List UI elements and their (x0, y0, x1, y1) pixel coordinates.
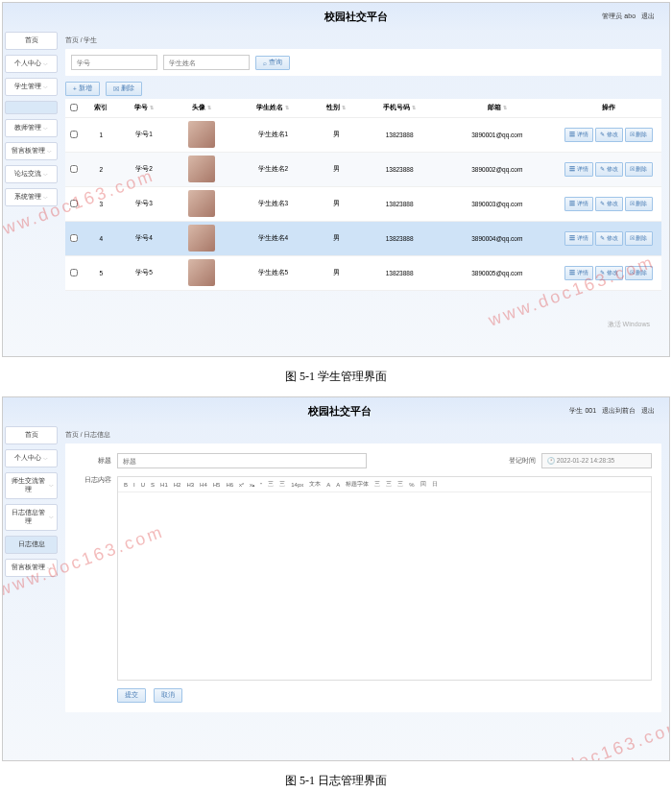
screenshot-student-mgmt: 校园社交平台 管理员 abo 退出 首页 个人中心﹀ 学生管理﹀ 教师管理﹀ 留… (2, 2, 670, 357)
toolbar-item[interactable]: H6 (225, 482, 234, 488)
sidebar-item-student[interactable]: 学生管理﹀ (5, 78, 58, 96)
search-button[interactable]: ⌕查询 (255, 56, 290, 70)
cell-name: 学生姓名4 (234, 222, 312, 256)
toolbar-item[interactable]: % (408, 482, 415, 488)
logout-link[interactable]: 退出 (641, 407, 655, 414)
toolbar-item[interactable]: 文本 (308, 480, 322, 489)
select-all-checkbox[interactable] (70, 104, 78, 111)
chevron-down-icon: ﹀ (47, 565, 52, 571)
toolbar-item[interactable]: H2 (173, 482, 182, 488)
toolbar-item[interactable]: 日 (431, 480, 439, 489)
toolbar-item[interactable]: U (140, 482, 146, 488)
toolbar-item[interactable]: 回 (420, 480, 427, 489)
cell-email: 3890001@qq.com (439, 118, 556, 153)
row-delete-button[interactable]: ☒ 删除 (625, 231, 653, 246)
table-row[interactable]: 1 学号1 学生姓名1 男 13823888 3890001@qq.com ☰ … (65, 118, 661, 153)
edit-button[interactable]: ✎ 修改 (595, 231, 623, 246)
toolbar-item[interactable]: H3 (185, 482, 195, 488)
cell-phone: 13823888 (361, 256, 439, 291)
toolbar-item[interactable]: 三 (373, 480, 381, 489)
add-button[interactable]: +新增 (65, 82, 100, 96)
toolbar-item[interactable]: B (123, 482, 129, 488)
activate-windows: 激活 Windows (608, 320, 650, 329)
search-sid-input[interactable] (71, 55, 157, 70)
detail-button[interactable]: ☰ 详情 (564, 231, 593, 246)
toolbar-item[interactable]: H1 (159, 482, 169, 488)
editor-body[interactable] (118, 492, 651, 680)
table-row[interactable]: 4 学号4 学生姓名4 男 13823888 3890004@qq.com ☰ … (65, 222, 661, 256)
back-link[interactable]: 退出到前台 (602, 407, 636, 414)
toolbar-item[interactable]: 三 (396, 480, 404, 489)
toolbar-item[interactable]: 三 (385, 480, 393, 489)
toolbar-item[interactable]: 标题字体 (345, 480, 370, 489)
sidebar-item-diary-mgmt[interactable]: 日志信息管理﹀ (5, 504, 58, 531)
table-row[interactable]: 3 学号3 学生姓名3 男 13823888 3890003@qq.com ☰ … (65, 187, 661, 222)
clock-icon: 🕐 (547, 457, 555, 464)
sidebar-item-sub[interactable] (5, 101, 58, 114)
sidebar-item-system[interactable]: 系统管理﹀ (5, 188, 58, 206)
toolbar-item[interactable]: A (335, 482, 341, 488)
col-phone[interactable]: 手机号码 ⇅ (361, 99, 439, 118)
detail-button[interactable]: ☰ 详情 (564, 162, 593, 177)
detail-button[interactable]: ☰ 详情 (564, 266, 593, 280)
toolbar-item[interactable]: H5 (212, 482, 222, 488)
edit-button[interactable]: ✎ 修改 (595, 266, 623, 280)
sidebar-item-message[interactable]: 留言板管理﹀ (5, 142, 58, 160)
toolbar-item[interactable]: " (259, 482, 263, 488)
cell-email: 3890002@qq.com (439, 153, 556, 187)
edit-button[interactable]: ✎ 修改 (595, 162, 623, 177)
header-user-area: 学生 001 退出到前台 退出 (565, 406, 655, 416)
row-checkbox[interactable] (70, 200, 78, 207)
col-gender[interactable]: 性别 ⇅ (312, 99, 361, 118)
table-row[interactable]: 2 学号2 学生姓名2 男 13823888 3890002@qq.com ☰ … (65, 153, 661, 187)
sidebar-item-profile[interactable]: 个人中心﹀ (5, 55, 58, 73)
row-checkbox[interactable] (70, 165, 78, 173)
title-input[interactable] (117, 453, 367, 468)
submit-button[interactable]: 提交 (117, 688, 146, 703)
row-checkbox[interactable] (70, 269, 78, 276)
sidebar-item-teacher[interactable]: 教师管理﹀ (5, 119, 58, 137)
cell-phone: 13823888 (361, 153, 439, 187)
toolbar-item[interactable]: 三 (278, 480, 286, 489)
delete-button[interactable]: ☒删除 (106, 82, 142, 96)
toolbar-item[interactable]: x² (238, 482, 245, 488)
sidebar-item-exchange[interactable]: 师生交流管理﹀ (5, 472, 58, 499)
col-index[interactable]: 索引 (83, 99, 120, 118)
toolbar-item[interactable]: I (132, 482, 136, 488)
table-row[interactable]: 5 学号5 学生姓名5 男 13823888 3890005@qq.com ☰ … (65, 256, 661, 291)
cancel-button[interactable]: 取消 (154, 688, 182, 703)
detail-button[interactable]: ☰ 详情 (564, 197, 593, 211)
toolbar-item[interactable]: x₂ (249, 481, 255, 488)
col-email[interactable]: 邮箱 ⇅ (439, 99, 556, 118)
row-delete-button[interactable]: ☒ 删除 (625, 197, 653, 211)
toolbar-item[interactable]: A (325, 482, 331, 488)
sidebar-item-profile[interactable]: 个人中心﹀ (5, 449, 58, 467)
app-header: 校园社交平台 管理员 abo 退出 (3, 3, 669, 30)
search-name-input[interactable] (163, 55, 250, 70)
edit-button[interactable]: ✎ 修改 (595, 197, 623, 211)
toolbar-item[interactable]: 14px (290, 482, 304, 488)
row-delete-button[interactable]: ☒ 删除 (625, 162, 653, 177)
row-checkbox[interactable] (70, 234, 78, 242)
sort-icon: ⇅ (150, 105, 154, 110)
row-checkbox[interactable] (70, 131, 78, 138)
content-row: 日志内容 BIUSH1H2H3H4H5H6x²x₂"三三14px文本AA标题字体… (75, 476, 652, 681)
row-delete-button[interactable]: ☒ 删除 (625, 266, 653, 280)
edit-button[interactable]: ✎ 修改 (595, 128, 623, 142)
date-input[interactable]: 🕐 2022-01-22 14:28:35 (541, 453, 652, 468)
sidebar-item-home[interactable]: 首页 (5, 426, 58, 444)
cell-avatar (168, 118, 233, 153)
logout-link[interactable]: 退出 (641, 12, 655, 19)
sidebar-item-diary[interactable]: 日志信息 (5, 536, 58, 554)
col-sid[interactable]: 学号 ⇅ (120, 99, 169, 118)
detail-button[interactable]: ☰ 详情 (564, 128, 593, 142)
sidebar-item-home[interactable]: 首页 (5, 32, 58, 50)
toolbar-item[interactable]: 三 (267, 480, 275, 489)
col-name[interactable]: 学生姓名 ⇅ (234, 99, 312, 118)
sidebar-item-message[interactable]: 留言板管理﹀ (5, 559, 58, 577)
row-delete-button[interactable]: ☒ 删除 (625, 128, 653, 142)
toolbar-item[interactable]: H4 (199, 482, 208, 488)
toolbar-item[interactable]: S (150, 482, 156, 488)
col-avatar[interactable]: 头像 ⇅ (168, 99, 233, 118)
sidebar-item-forum[interactable]: 论坛交流﹀ (5, 165, 58, 183)
